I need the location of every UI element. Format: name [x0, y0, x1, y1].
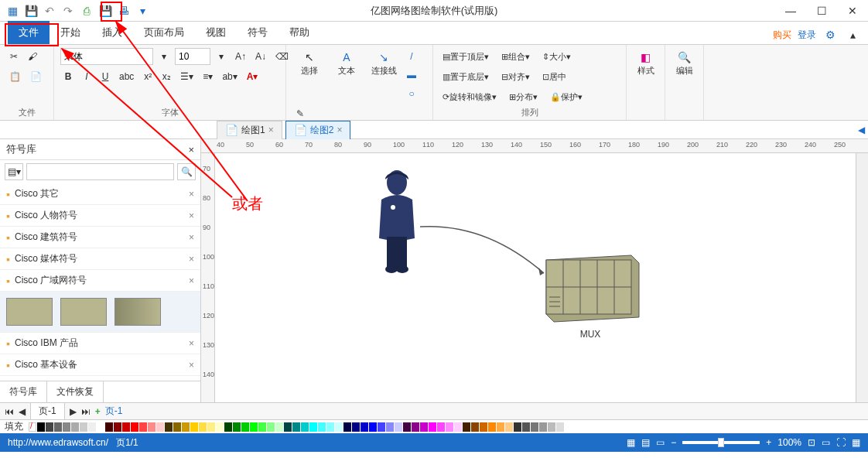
color-swatch[interactable] [267, 422, 275, 432]
color-swatch[interactable] [301, 422, 309, 432]
bold-button[interactable]: B [60, 68, 76, 85]
color-swatch[interactable] [352, 422, 360, 432]
color-swatch[interactable] [395, 422, 402, 432]
search-icon[interactable]: 🔍 [177, 163, 196, 180]
qat-new-icon[interactable]: ⎙ [79, 3, 94, 19]
grow-font-icon[interactable]: A↑ [232, 48, 249, 65]
color-swatch[interactable] [403, 422, 411, 432]
view-mode-1-icon[interactable]: ▦ [627, 437, 635, 448]
font-color-icon[interactable]: A▾ [244, 68, 261, 85]
connector-arrow[interactable] [416, 215, 555, 292]
vertical-scrollbar[interactable] [856, 153, 868, 402]
fit-page-icon[interactable]: ⊡ [808, 437, 815, 448]
copy-icon[interactable]: 📋 [6, 68, 24, 85]
page-nav-first-icon[interactable]: ⏮ [5, 406, 14, 417]
color-swatch[interactable] [471, 422, 479, 432]
font-size-select[interactable] [175, 48, 210, 65]
lib-shape-preview[interactable] [60, 298, 107, 326]
italic-button[interactable]: I [79, 68, 94, 85]
color-swatch[interactable] [548, 422, 555, 432]
lib-item[interactable]: ▪Cisco IBM 产品× [0, 333, 200, 354]
sidebar-close-icon[interactable]: × [188, 144, 194, 156]
color-swatch[interactable] [63, 422, 70, 432]
size-dropdown-icon[interactable]: ▾ [214, 48, 229, 65]
color-swatch[interactable] [420, 422, 428, 432]
tab-symbol[interactable]: 符号 [237, 21, 279, 44]
color-swatch[interactable] [309, 422, 317, 432]
send-back-button[interactable]: ▥ 置于底层▾ [439, 68, 492, 85]
shrink-font-icon[interactable]: A↓ [252, 48, 269, 65]
doc-tab-2[interactable]: 📄 绘图2 × [285, 121, 351, 139]
fullscreen-icon[interactable]: ⛶ [836, 437, 846, 448]
lib-item[interactable]: ▪Cisco 建筑符号× [0, 227, 200, 248]
buy-link[interactable]: 购买 [773, 29, 791, 42]
line-spacing-icon[interactable]: ≡▾ [200, 68, 216, 85]
style-button[interactable]: ◧样式 [633, 48, 658, 80]
color-swatch[interactable] [233, 422, 241, 432]
lib-search-input[interactable] [26, 163, 174, 180]
shape-mux[interactable]: MUX [540, 254, 641, 340]
line-shape-icon[interactable]: / [404, 48, 419, 65]
color-swatch[interactable] [386, 422, 394, 432]
ellipse-shape-icon[interactable]: ○ [404, 85, 419, 102]
lib-menu-icon[interactable]: ▤▾ [5, 163, 23, 180]
color-swatch[interactable] [437, 422, 445, 432]
qat-save-icon[interactable]: 💾 [23, 3, 39, 19]
highlight-icon[interactable]: ab▾ [219, 68, 240, 85]
lib-item[interactable]: ▪Cisco 人物符号× [0, 205, 200, 227]
color-swatch[interactable] [88, 422, 96, 432]
color-swatch[interactable] [505, 422, 513, 432]
color-swatch[interactable] [446, 422, 453, 432]
qat-dropdown-icon[interactable]: ▾ [135, 3, 150, 19]
color-swatch[interactable] [139, 422, 147, 432]
grid-icon[interactable]: ▦ [852, 437, 860, 448]
page-tab-1[interactable]: 页-1 [30, 402, 65, 420]
color-swatch[interactable] [54, 422, 62, 432]
zoom-out-icon[interactable]: − [671, 437, 676, 448]
page-nav-last-icon[interactable]: ⏭ [81, 406, 91, 417]
color-swatch[interactable] [190, 422, 198, 432]
color-swatch[interactable] [556, 422, 564, 432]
zoom-slider[interactable] [682, 441, 760, 444]
lib-item-close[interactable]: × [189, 338, 194, 349]
color-swatch[interactable] [343, 422, 351, 432]
color-swatch[interactable] [156, 422, 164, 432]
canvas[interactable]: MUX [215, 153, 856, 402]
select-tool[interactable]: ↖选择 [292, 48, 326, 80]
lib-item-close[interactable]: × [189, 189, 194, 200]
color-swatch[interactable] [522, 422, 530, 432]
bring-front-button[interactable]: ▤ 置于顶层▾ [439, 48, 492, 65]
color-swatch[interactable] [207, 422, 215, 432]
lib-shape-preview[interactable] [114, 298, 161, 326]
color-swatch[interactable] [488, 422, 496, 432]
side-tab-library[interactable]: 符号库 [0, 381, 47, 402]
color-swatch[interactable] [361, 422, 368, 432]
lib-item-close[interactable]: × [189, 275, 194, 286]
protect-button[interactable]: 🔒 保护▾ [547, 88, 586, 105]
collapse-ribbon-icon[interactable]: ▴ [845, 26, 860, 43]
color-swatch[interactable] [122, 422, 130, 432]
qat-print-icon[interactable]: 🖶 [116, 3, 132, 19]
doc-tab-2-close[interactable]: × [337, 125, 342, 135]
superscript-button[interactable]: x² [140, 68, 155, 85]
font-name-select[interactable] [60, 48, 153, 65]
color-swatch[interactable] [173, 422, 181, 432]
tab-insert[interactable]: 插入 [91, 21, 133, 44]
group-button[interactable]: ⊞ 组合▾ [498, 48, 533, 65]
color-swatch[interactable] [378, 422, 385, 432]
side-tab-recover[interactable]: 文件恢复 [47, 381, 104, 402]
edit-button[interactable]: 🔍编辑 [672, 48, 697, 80]
maximize-button[interactable]: ☐ [806, 0, 837, 22]
paste-icon[interactable]: 📄 [27, 68, 45, 85]
subscript-button[interactable]: x₂ [159, 68, 174, 85]
align-button[interactable]: ⊟ 对齐▾ [498, 68, 533, 85]
color-swatch[interactable] [514, 422, 521, 432]
tab-layout[interactable]: 页面布局 [133, 21, 195, 44]
color-swatch[interactable] [480, 422, 487, 432]
color-swatch[interactable] [531, 422, 538, 432]
color-swatch[interactable] [497, 422, 504, 432]
zoom-in-icon[interactable]: + [766, 437, 771, 448]
tab-home[interactable]: 开始 [50, 21, 91, 44]
color-swatch[interactable] [46, 422, 53, 432]
text-tool[interactable]: A文本 [330, 48, 364, 80]
